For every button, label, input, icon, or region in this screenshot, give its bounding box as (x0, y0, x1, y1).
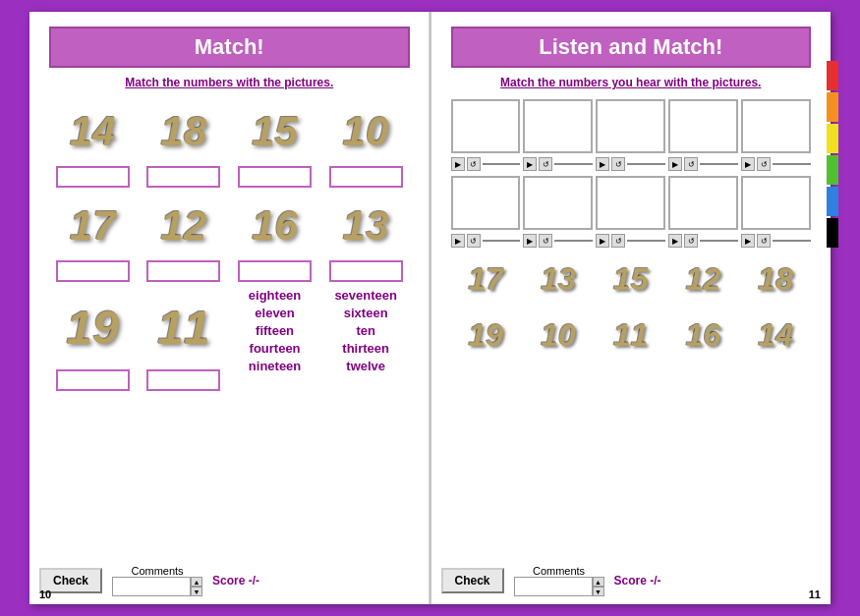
side-tab-orange (827, 92, 838, 122)
number-cell-19: 19 (49, 288, 137, 391)
audio-ctrl-9: ▶ ↺ (668, 234, 738, 248)
right-score: Score -/- (614, 574, 661, 588)
reload-btn-5[interactable]: ↺ (757, 157, 771, 171)
reload-btn-4[interactable]: ↺ (684, 157, 698, 171)
audio-line-3 (627, 163, 665, 165)
play-btn-8[interactable]: ▶ (596, 234, 609, 248)
left-instruction: Match the numbers with the pictures. (49, 76, 410, 89)
number-19: 19 (56, 288, 130, 366)
word-sixteen[interactable]: sixteen (344, 306, 388, 320)
play-btn-7[interactable]: ▶ (523, 234, 537, 248)
number-14: 14 (58, 99, 127, 163)
play-btn-3[interactable]: ▶ (596, 157, 609, 171)
number-cell-12: 12 (141, 194, 228, 282)
right-spin-up[interactable]: ▲ (593, 577, 604, 587)
left-row3-grid: 19 11 eighteen eleven fifteen fourteen n… (49, 288, 410, 391)
word-twelve[interactable]: twelve (346, 359, 385, 373)
listen-row1 (451, 99, 812, 153)
number-13: 13 (331, 194, 400, 257)
left-spin-buttons: ▲ ▼ (191, 577, 202, 596)
left-page-title: Match! (49, 27, 410, 68)
listen-row2 (451, 176, 812, 230)
listen-box-1 (451, 99, 521, 153)
listen-box-7 (523, 176, 593, 230)
right-num-16: 16 (668, 308, 739, 363)
right-num-11: 11 (596, 308, 666, 363)
reload-btn-9[interactable]: ↺ (684, 234, 698, 248)
play-btn-6[interactable]: ▶ (451, 234, 465, 248)
right-comments-input[interactable] (514, 577, 593, 596)
right-comments-area: Comments ▲ ▼ (514, 565, 604, 596)
audio-line-1 (483, 163, 521, 165)
answer-box-16[interactable] (238, 260, 312, 282)
answer-box-12[interactable] (146, 260, 220, 282)
number-cell-13: 13 (322, 194, 410, 282)
audio-ctrl-8: ▶ ↺ (596, 234, 665, 248)
right-num-14: 14 (740, 308, 811, 363)
play-btn-1[interactable]: ▶ (451, 157, 465, 171)
right-num-13: 13 (523, 252, 594, 307)
play-btn-10[interactable]: ▶ (741, 234, 755, 248)
audio-ctrl-3: ▶ ↺ (596, 157, 665, 171)
word-fourteen[interactable]: fourteen (250, 341, 301, 356)
reload-btn-8[interactable]: ↺ (611, 234, 625, 248)
answer-box-13[interactable] (329, 260, 403, 282)
word-eighteen[interactable]: eighteen (249, 288, 301, 303)
audio-line-8 (627, 240, 665, 242)
number-cell-11: 11 (141, 288, 228, 391)
right-page: Listen and Match! Match the numbers you … (431, 12, 831, 604)
audio-line-5 (773, 163, 811, 165)
audio-ctrl-1: ▶ ↺ (451, 157, 521, 171)
right-numbers-row2: 19 10 11 16 14 (451, 308, 812, 363)
audio-row2: ▶ ↺ ▶ ↺ ▶ ↺ ▶ ↺ ▶ ↺ (451, 234, 812, 248)
reload-btn-3[interactable]: ↺ (611, 157, 625, 171)
word-fifteen[interactable]: fifteen (256, 323, 294, 338)
word-seventeen[interactable]: seventeen (334, 288, 397, 303)
right-check-button[interactable]: Check (441, 568, 504, 593)
number-cell-10: 10 (322, 99, 410, 188)
word-eleven[interactable]: eleven (255, 306, 294, 320)
right-num-10: 10 (523, 308, 594, 363)
play-btn-2[interactable]: ▶ (523, 157, 537, 171)
answer-box-15[interactable] (238, 166, 312, 188)
right-side-tabs (827, 61, 838, 248)
number-10: 10 (331, 99, 400, 163)
play-btn-4[interactable]: ▶ (668, 157, 682, 171)
answer-box-10[interactable] (329, 166, 403, 188)
audio-ctrl-5: ▶ ↺ (741, 157, 811, 171)
number-12: 12 (149, 194, 218, 257)
left-row2-grid: 17 12 16 13 (49, 194, 410, 282)
left-comments-input[interactable] (112, 577, 191, 596)
listen-box-10 (741, 176, 811, 230)
answer-box-17[interactable] (56, 260, 130, 282)
play-btn-5[interactable]: ▶ (741, 157, 755, 171)
right-instruction: Match the numbers you hear with the pict… (451, 76, 812, 89)
number-15: 15 (241, 99, 310, 163)
audio-ctrl-10: ▶ ↺ (741, 234, 811, 248)
right-spin-down[interactable]: ▼ (593, 587, 604, 596)
audio-line-9 (700, 240, 738, 242)
audio-row1: ▶ ↺ ▶ ↺ ▶ ↺ ▶ ↺ ▶ ↺ (451, 157, 812, 171)
left-bottom-bar: Check Comments ▲ ▼ Score -/- (39, 565, 420, 596)
reload-btn-2[interactable]: ↺ (539, 157, 552, 171)
audio-line-2 (554, 163, 593, 165)
audio-line-6 (483, 240, 521, 242)
left-spin-down[interactable]: ▼ (191, 587, 202, 596)
answer-box-18[interactable] (146, 166, 220, 188)
right-numbers-row1: 17 13 15 12 18 (451, 252, 812, 307)
left-comments-label: Comments (131, 565, 183, 577)
answer-box-19[interactable] (56, 369, 130, 391)
left-page: Match! Match the numbers with the pictur… (29, 12, 431, 604)
reload-btn-1[interactable]: ↺ (467, 157, 481, 171)
reload-btn-10[interactable]: ↺ (757, 234, 771, 248)
listen-box-3 (596, 99, 665, 153)
word-nineteen[interactable]: nineteen (249, 359, 301, 373)
play-btn-9[interactable]: ▶ (668, 234, 682, 248)
reload-btn-6[interactable]: ↺ (467, 234, 481, 248)
word-thirteen[interactable]: thirteen (342, 341, 389, 356)
left-spin-up[interactable]: ▲ (191, 577, 202, 587)
word-ten[interactable]: ten (356, 323, 375, 338)
reload-btn-7[interactable]: ↺ (539, 234, 552, 248)
answer-box-14[interactable] (56, 166, 130, 188)
answer-box-11[interactable] (146, 369, 220, 391)
